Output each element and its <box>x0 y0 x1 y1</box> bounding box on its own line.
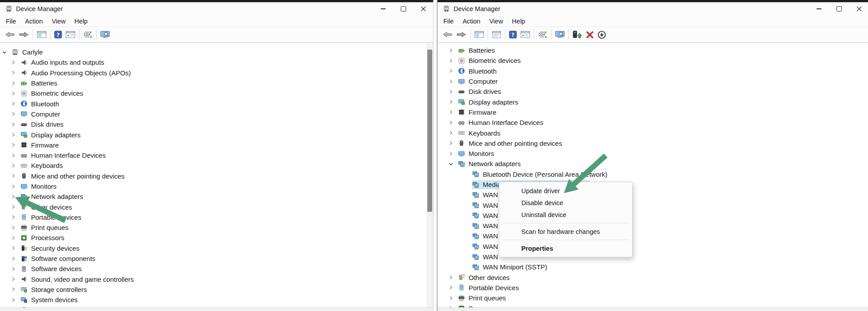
tree-item-portable-devices[interactable]: Portable Devices <box>0 212 426 222</box>
chevron-right-icon[interactable] <box>447 47 454 54</box>
chevron-right-icon[interactable] <box>447 140 454 147</box>
tree-item-software-components[interactable]: Software components <box>0 253 426 264</box>
vertical-scrollbar[interactable] <box>426 43 433 308</box>
tree-item-batteries[interactable]: Batteries <box>0 78 426 88</box>
chevron-down-icon[interactable] <box>447 160 454 167</box>
tree-item-biometric-devices[interactable]: Biometric devices <box>0 88 426 98</box>
scrollbar-thumb[interactable] <box>427 50 432 212</box>
tree-item-other-devices[interactable]: ?Other devices <box>0 202 426 212</box>
chevron-right-icon[interactable] <box>10 245 17 252</box>
toolbar-back-button[interactable] <box>440 28 454 41</box>
menu-help[interactable]: Help <box>508 18 530 25</box>
toolbar-disable-button[interactable] <box>596 28 608 41</box>
chevron-right-icon[interactable] <box>447 57 454 64</box>
chevron-right-icon[interactable] <box>10 203 17 210</box>
tree-item-bluetooth[interactable]: Bluetooth <box>438 66 868 76</box>
menu-view[interactable]: View <box>47 18 70 25</box>
chevron-right-icon[interactable] <box>447 295 454 302</box>
tree-item-computer[interactable]: Computer <box>0 109 426 119</box>
tree-item-human-interface-devices[interactable]: Human Interface Devices <box>0 150 426 160</box>
chevron-right-icon[interactable] <box>10 90 17 97</box>
minimize-button[interactable] <box>809 2 829 16</box>
tree-item-display-adapters[interactable]: Display adapters <box>438 97 868 107</box>
context-menu-item-scan-for-hardware-changes[interactable]: Scan for hardware changes <box>499 225 632 237</box>
context-menu-item-uninstall-device[interactable]: Uninstall device <box>499 209 632 221</box>
toolbar-scan-hardware-button[interactable] <box>81 28 94 41</box>
tree-item-network-adapters[interactable]: Network adapters <box>0 191 426 202</box>
menu-action[interactable]: Action <box>458 18 485 25</box>
chevron-right-icon[interactable] <box>10 183 17 190</box>
toolbar-action-pane-button[interactable] <box>64 28 77 41</box>
chevron-down-icon[interactable] <box>1 49 8 56</box>
tree-item-bluetooth[interactable]: Bluetooth <box>0 98 426 109</box>
tree-item-processors[interactable]: Processors <box>0 233 426 243</box>
chevron-right-icon[interactable] <box>10 234 17 241</box>
toolbar-help-button[interactable]: ? <box>507 28 519 41</box>
chevron-right-icon[interactable] <box>10 265 17 272</box>
chevron-right-icon[interactable] <box>10 100 17 107</box>
tree-item-keyboards[interactable]: Keyboards <box>438 128 868 138</box>
chevron-right-icon[interactable] <box>10 286 17 293</box>
tree-item-network-adapters[interactable]: Network adapters <box>438 159 868 169</box>
tree-item-system-devices[interactable]: System devices <box>0 295 426 305</box>
tree-item-mice-and-other-pointing-devices[interactable]: Mice and other pointing devices <box>0 171 426 181</box>
maximize-button[interactable] <box>393 2 413 16</box>
chevron-right-icon[interactable] <box>10 276 17 283</box>
tree-item-print-queues[interactable]: Print queues <box>438 293 868 303</box>
context-menu-item-update-driver[interactable]: Update driver <box>499 185 632 197</box>
menu-file[interactable]: File <box>1 18 20 25</box>
toolbar-console-tree-button[interactable] <box>473 28 486 41</box>
toolbar-forward-button[interactable] <box>454 28 469 41</box>
chevron-right-icon[interactable] <box>10 131 17 138</box>
chevron-right-icon[interactable] <box>10 110 17 117</box>
chevron-right-icon[interactable] <box>447 129 454 136</box>
chevron-right-icon[interactable] <box>447 109 454 116</box>
tree-item-carlyle[interactable]: Carlyle <box>0 47 426 57</box>
chevron-right-icon[interactable] <box>10 69 17 76</box>
chevron-right-icon[interactable] <box>10 121 17 128</box>
toolbar-update-driver-button[interactable] <box>571 28 584 41</box>
chevron-right-icon[interactable] <box>10 172 17 179</box>
chevron-right-icon[interactable] <box>10 152 17 159</box>
menu-view[interactable]: View <box>485 18 508 25</box>
chevron-right-icon[interactable] <box>10 214 17 221</box>
chevron-right-icon[interactable] <box>10 59 17 66</box>
toolbar-back-button[interactable] <box>3 28 17 41</box>
tree-item-firmware[interactable]: Firmware <box>438 107 868 117</box>
chevron-right-icon[interactable] <box>447 67 454 74</box>
toolbar-help-button[interactable]: ? <box>52 28 64 41</box>
tree-item-wan-miniport-sstp[interactable]: WAN Miniport (SSTP) <box>438 262 868 272</box>
tree-item-disk-drives[interactable]: Disk drives <box>438 86 868 97</box>
chevron-right-icon[interactable] <box>10 162 17 169</box>
toolbar-action-pane-button[interactable] <box>519 28 532 41</box>
tree-item-mice-and-other-pointing-devices[interactable]: Mice and other pointing devices <box>438 138 868 148</box>
tree-item-firmware[interactable]: Firmware <box>0 140 426 150</box>
toolbar-console-tree-button[interactable] <box>35 28 48 41</box>
chevron-right-icon[interactable] <box>10 80 17 87</box>
tree-item-audio-processing-objects-apos[interactable]: Audio Processing Objects (APOs) <box>0 68 426 78</box>
chevron-right-icon[interactable] <box>10 296 17 303</box>
toolbar-scan-hardware-button[interactable] <box>536 28 549 41</box>
context-menu-item-properties[interactable]: Properties <box>499 242 632 254</box>
chevron-right-icon[interactable] <box>10 255 17 262</box>
menu-action[interactable]: Action <box>20 18 47 25</box>
chevron-right-icon[interactable] <box>447 150 454 157</box>
chevron-right-icon[interactable] <box>447 274 454 281</box>
tree-item-storage-controllers[interactable]: Storage controllers <box>0 284 426 295</box>
tree-item-monitors[interactable]: Monitors <box>438 148 868 159</box>
close-button[interactable] <box>849 2 868 16</box>
tree-item-portable-devices[interactable]: Portable Devices <box>438 283 868 293</box>
chevron-right-icon[interactable] <box>10 224 17 231</box>
toolbar-remote-desktop-button[interactable] <box>553 28 567 41</box>
chevron-right-icon[interactable] <box>447 98 454 105</box>
toolbar-forward-button[interactable] <box>17 28 31 41</box>
chevron-right-icon[interactable] <box>447 88 454 95</box>
tree-item-human-interface-devices[interactable]: Human Interface Devices <box>438 117 868 128</box>
maximize-button[interactable] <box>829 2 849 16</box>
tree-item-sound-video-and-game-controllers[interactable]: Sound, video and game controllers <box>0 274 426 284</box>
tree-item-batteries[interactable]: Batteries <box>438 45 868 55</box>
chevron-right-icon[interactable] <box>10 141 17 148</box>
tree-item-biometric-devices[interactable]: Biometric devices <box>438 55 868 66</box>
minimize-button[interactable] <box>373 2 393 16</box>
tree-item-other-devices[interactable]: ?Other devices <box>438 272 868 283</box>
